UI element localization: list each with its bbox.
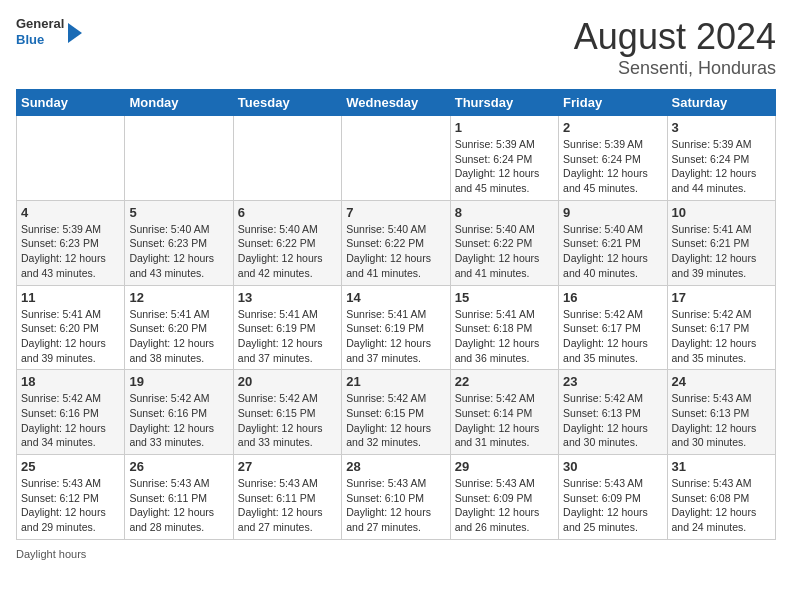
calendar-cell: 13Sunrise: 5:41 AM Sunset: 6:19 PM Dayli… — [233, 285, 341, 370]
day-number: 22 — [455, 374, 554, 389]
calendar-cell: 14Sunrise: 5:41 AM Sunset: 6:19 PM Dayli… — [342, 285, 450, 370]
day-number: 11 — [21, 290, 120, 305]
day-info: Sunrise: 5:43 AM Sunset: 6:13 PM Dayligh… — [672, 391, 771, 450]
calendar-cell: 1Sunrise: 5:39 AM Sunset: 6:24 PM Daylig… — [450, 116, 558, 201]
day-number: 8 — [455, 205, 554, 220]
day-info: Sunrise: 5:39 AM Sunset: 6:24 PM Dayligh… — [455, 137, 554, 196]
day-number: 21 — [346, 374, 445, 389]
calendar-cell: 20Sunrise: 5:42 AM Sunset: 6:15 PM Dayli… — [233, 370, 341, 455]
day-info: Sunrise: 5:43 AM Sunset: 6:09 PM Dayligh… — [455, 476, 554, 535]
calendar-day-header-tuesday: Tuesday — [233, 90, 341, 116]
logo: General Blue — [16, 16, 82, 47]
calendar-day-header-thursday: Thursday — [450, 90, 558, 116]
day-number: 3 — [672, 120, 771, 135]
day-number: 1 — [455, 120, 554, 135]
day-number: 15 — [455, 290, 554, 305]
calendar-cell: 22Sunrise: 5:42 AM Sunset: 6:14 PM Dayli… — [450, 370, 558, 455]
day-info: Sunrise: 5:42 AM Sunset: 6:16 PM Dayligh… — [21, 391, 120, 450]
day-info: Sunrise: 5:40 AM Sunset: 6:22 PM Dayligh… — [238, 222, 337, 281]
calendar-cell: 10Sunrise: 5:41 AM Sunset: 6:21 PM Dayli… — [667, 200, 775, 285]
day-info: Sunrise: 5:40 AM Sunset: 6:22 PM Dayligh… — [455, 222, 554, 281]
day-number: 31 — [672, 459, 771, 474]
calendar-cell: 18Sunrise: 5:42 AM Sunset: 6:16 PM Dayli… — [17, 370, 125, 455]
day-info: Sunrise: 5:41 AM Sunset: 6:20 PM Dayligh… — [21, 307, 120, 366]
calendar-cell — [233, 116, 341, 201]
day-number: 14 — [346, 290, 445, 305]
calendar-cell: 9Sunrise: 5:40 AM Sunset: 6:21 PM Daylig… — [559, 200, 667, 285]
day-info: Sunrise: 5:41 AM Sunset: 6:19 PM Dayligh… — [346, 307, 445, 366]
day-number: 30 — [563, 459, 662, 474]
calendar-cell: 27Sunrise: 5:43 AM Sunset: 6:11 PM Dayli… — [233, 455, 341, 540]
calendar-cell — [342, 116, 450, 201]
day-info: Sunrise: 5:42 AM Sunset: 6:15 PM Dayligh… — [346, 391, 445, 450]
day-info: Sunrise: 5:40 AM Sunset: 6:23 PM Dayligh… — [129, 222, 228, 281]
calendar-header-row: SundayMondayTuesdayWednesdayThursdayFrid… — [17, 90, 776, 116]
day-info: Sunrise: 5:43 AM Sunset: 6:11 PM Dayligh… — [238, 476, 337, 535]
footer: Daylight hours — [16, 548, 776, 560]
calendar-cell: 7Sunrise: 5:40 AM Sunset: 6:22 PM Daylig… — [342, 200, 450, 285]
day-number: 19 — [129, 374, 228, 389]
day-number: 29 — [455, 459, 554, 474]
day-number: 4 — [21, 205, 120, 220]
calendar-cell: 21Sunrise: 5:42 AM Sunset: 6:15 PM Dayli… — [342, 370, 450, 455]
day-number: 17 — [672, 290, 771, 305]
calendar-day-header-saturday: Saturday — [667, 90, 775, 116]
calendar-cell: 16Sunrise: 5:42 AM Sunset: 6:17 PM Dayli… — [559, 285, 667, 370]
calendar-day-header-monday: Monday — [125, 90, 233, 116]
day-info: Sunrise: 5:42 AM Sunset: 6:13 PM Dayligh… — [563, 391, 662, 450]
calendar-cell — [125, 116, 233, 201]
calendar-week-row: 25Sunrise: 5:43 AM Sunset: 6:12 PM Dayli… — [17, 455, 776, 540]
day-number: 23 — [563, 374, 662, 389]
calendar-cell: 19Sunrise: 5:42 AM Sunset: 6:16 PM Dayli… — [125, 370, 233, 455]
day-number: 25 — [21, 459, 120, 474]
day-info: Sunrise: 5:43 AM Sunset: 6:10 PM Dayligh… — [346, 476, 445, 535]
calendar-cell: 17Sunrise: 5:42 AM Sunset: 6:17 PM Dayli… — [667, 285, 775, 370]
day-info: Sunrise: 5:41 AM Sunset: 6:20 PM Dayligh… — [129, 307, 228, 366]
calendar-cell — [17, 116, 125, 201]
day-number: 28 — [346, 459, 445, 474]
day-info: Sunrise: 5:43 AM Sunset: 6:12 PM Dayligh… — [21, 476, 120, 535]
day-info: Sunrise: 5:41 AM Sunset: 6:18 PM Dayligh… — [455, 307, 554, 366]
calendar-cell: 8Sunrise: 5:40 AM Sunset: 6:22 PM Daylig… — [450, 200, 558, 285]
logo-text: General Blue — [16, 16, 64, 47]
title-section: August 2024 Sensenti, Honduras — [574, 16, 776, 79]
day-info: Sunrise: 5:43 AM Sunset: 6:09 PM Dayligh… — [563, 476, 662, 535]
calendar-day-header-sunday: Sunday — [17, 90, 125, 116]
day-number: 12 — [129, 290, 228, 305]
calendar-cell: 15Sunrise: 5:41 AM Sunset: 6:18 PM Dayli… — [450, 285, 558, 370]
day-number: 2 — [563, 120, 662, 135]
calendar-cell: 3Sunrise: 5:39 AM Sunset: 6:24 PM Daylig… — [667, 116, 775, 201]
calendar-cell: 6Sunrise: 5:40 AM Sunset: 6:22 PM Daylig… — [233, 200, 341, 285]
day-info: Sunrise: 5:41 AM Sunset: 6:19 PM Dayligh… — [238, 307, 337, 366]
day-info: Sunrise: 5:40 AM Sunset: 6:21 PM Dayligh… — [563, 222, 662, 281]
day-info: Sunrise: 5:42 AM Sunset: 6:14 PM Dayligh… — [455, 391, 554, 450]
day-info: Sunrise: 5:42 AM Sunset: 6:17 PM Dayligh… — [563, 307, 662, 366]
day-number: 27 — [238, 459, 337, 474]
day-number: 6 — [238, 205, 337, 220]
day-number: 13 — [238, 290, 337, 305]
day-info: Sunrise: 5:40 AM Sunset: 6:22 PM Dayligh… — [346, 222, 445, 281]
day-info: Sunrise: 5:43 AM Sunset: 6:08 PM Dayligh… — [672, 476, 771, 535]
calendar-day-header-friday: Friday — [559, 90, 667, 116]
calendar-cell: 24Sunrise: 5:43 AM Sunset: 6:13 PM Dayli… — [667, 370, 775, 455]
calendar-cell: 2Sunrise: 5:39 AM Sunset: 6:24 PM Daylig… — [559, 116, 667, 201]
day-info: Sunrise: 5:42 AM Sunset: 6:17 PM Dayligh… — [672, 307, 771, 366]
logo-blue: Blue — [16, 32, 64, 48]
day-number: 7 — [346, 205, 445, 220]
day-info: Sunrise: 5:39 AM Sunset: 6:24 PM Dayligh… — [672, 137, 771, 196]
page-header: General Blue August 2024 Sensenti, Hondu… — [16, 16, 776, 79]
day-number: 24 — [672, 374, 771, 389]
page-subtitle: Sensenti, Honduras — [574, 58, 776, 79]
daylight-hours-label: Daylight hours — [16, 548, 86, 560]
day-number: 26 — [129, 459, 228, 474]
day-number: 5 — [129, 205, 228, 220]
day-number: 10 — [672, 205, 771, 220]
calendar-cell: 30Sunrise: 5:43 AM Sunset: 6:09 PM Dayli… — [559, 455, 667, 540]
calendar-cell: 26Sunrise: 5:43 AM Sunset: 6:11 PM Dayli… — [125, 455, 233, 540]
calendar-cell: 23Sunrise: 5:42 AM Sunset: 6:13 PM Dayli… — [559, 370, 667, 455]
calendar-cell: 31Sunrise: 5:43 AM Sunset: 6:08 PM Dayli… — [667, 455, 775, 540]
calendar-week-row: 18Sunrise: 5:42 AM Sunset: 6:16 PM Dayli… — [17, 370, 776, 455]
page-title: August 2024 — [574, 16, 776, 58]
day-info: Sunrise: 5:42 AM Sunset: 6:16 PM Dayligh… — [129, 391, 228, 450]
calendar-day-header-wednesday: Wednesday — [342, 90, 450, 116]
